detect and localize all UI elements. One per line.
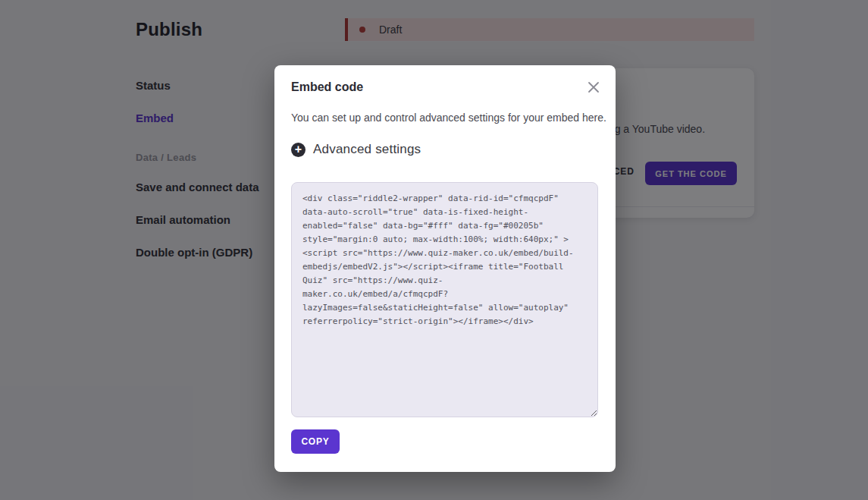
embed-code-modal: Embed code You can set up and control ad… [274,65,616,472]
modal-title: Embed code [291,80,363,94]
plus-icon: + [291,143,306,157]
advanced-settings-toggle[interactable]: + Advanced settings [291,142,421,157]
modal-subtitle: You can set up and control advanced sett… [291,112,606,124]
close-icon[interactable] [586,80,601,95]
embed-code-textarea[interactable]: <div class="riddle2-wrapper" data-rid-id… [291,182,598,417]
advanced-settings-label: Advanced settings [313,142,421,157]
copy-button[interactable]: COPY [291,429,340,454]
